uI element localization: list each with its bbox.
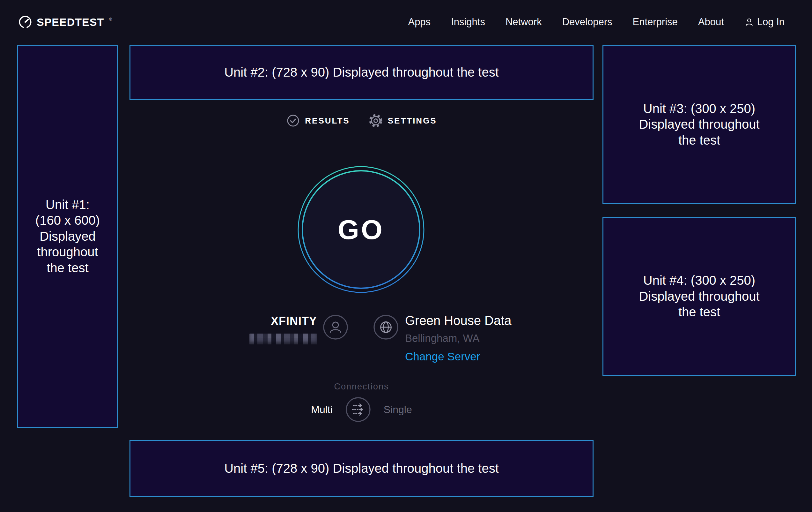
ad-unit-2[interactable]: Unit #2: (728 x 90) Displayed throughout… [129, 45, 593, 100]
tab-settings-label: SETTINGS [388, 116, 437, 126]
login-label: Log In [757, 16, 785, 28]
isp-name: XFINITY [204, 315, 317, 328]
nav-item-about[interactable]: About [698, 16, 724, 28]
speedtest-gauge-icon [18, 15, 32, 29]
connections-single-option[interactable]: Single [384, 404, 412, 415]
view-tabs: RESULTS SETTINGS [129, 113, 593, 128]
top-nav: SPEEDTEST ® Apps Insights Network Develo… [0, 0, 812, 44]
server-block: Green House Data Bellingham, WA Change S… [405, 314, 512, 363]
connections-toggle-icon[interactable] [345, 397, 371, 422]
ad-unit-4[interactable]: Unit #4: (300 x 250) Displayed throughou… [603, 217, 796, 376]
speedtest-page: SPEEDTEST ® Apps Insights Network Develo… [0, 0, 812, 512]
logo-text: SPEEDTEST [37, 16, 104, 28]
go-button-label: GO [294, 162, 428, 297]
server-location: Bellingham, WA [405, 332, 512, 344]
ad-unit-4-text: Unit #4: (300 x 250) Displayed throughou… [639, 273, 759, 320]
tab-results[interactable]: RESULTS [286, 113, 350, 128]
change-server-link[interactable]: Change Server [405, 350, 512, 363]
nav-item-enterprise[interactable]: Enterprise [633, 16, 677, 28]
nav-list: Apps Insights Network Developers Enterpr… [408, 16, 785, 28]
connections-multi-option[interactable]: Multi [311, 404, 332, 415]
isp-user-icon [323, 315, 348, 340]
ad-unit-3[interactable]: Unit #3: (300 x 250) Displayed throughou… [603, 45, 796, 204]
ad-unit-1-text: Unit #1: (160 x 600) Displayed throughou… [35, 197, 100, 276]
server-name: Green House Data [405, 314, 512, 328]
ad-unit-5-text: Unit #5: (728 x 90) Displayed throughout… [224, 461, 499, 477]
user-icon [744, 17, 754, 27]
nav-item-insights[interactable]: Insights [451, 16, 485, 28]
tab-results-label: RESULTS [305, 116, 350, 126]
nav-item-network[interactable]: Network [505, 16, 542, 28]
go-button[interactable]: GO [294, 162, 428, 297]
ad-unit-1[interactable]: Unit #1: (160 x 600) Displayed throughou… [17, 45, 118, 428]
nav-item-apps[interactable]: Apps [408, 16, 431, 28]
isp-block: XFINITY [204, 315, 317, 346]
connections-toggle-row: Multi Single [129, 397, 593, 422]
gear-icon [368, 113, 383, 128]
server-globe-icon [373, 315, 399, 340]
login-button[interactable]: Log In [744, 16, 785, 28]
tab-settings[interactable]: SETTINGS [368, 113, 437, 128]
logo[interactable]: SPEEDTEST ® [18, 15, 111, 29]
ad-unit-3-text: Unit #3: (300 x 250) Displayed throughou… [639, 101, 759, 149]
redacted-ip-text [250, 333, 317, 344]
ad-unit-2-text: Unit #2: (728 x 90) Displayed throughout… [224, 64, 499, 80]
ad-unit-5[interactable]: Unit #5: (728 x 90) Displayed throughout… [129, 440, 593, 497]
check-circle-icon [286, 114, 300, 128]
trademark-mark: ® [109, 17, 112, 22]
connections-title: Connections [129, 382, 593, 392]
nav-item-developers[interactable]: Developers [562, 16, 612, 28]
